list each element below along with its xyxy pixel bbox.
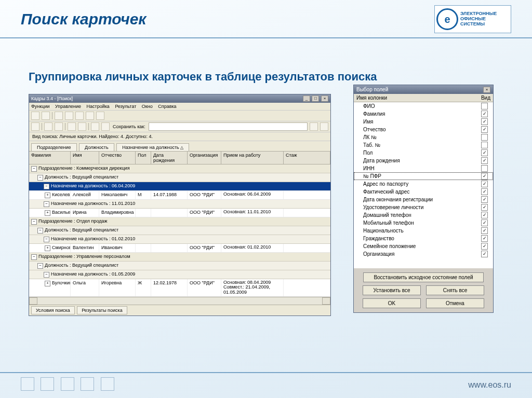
tb-ex2-icon[interactable] xyxy=(320,122,328,131)
tb-back-icon[interactable] xyxy=(31,112,39,120)
group-row[interactable]: −Подразделение : Отдел продаж xyxy=(29,217,330,226)
tb-open-icon[interactable] xyxy=(42,112,50,120)
field-checkbox[interactable]: ✓ xyxy=(481,111,488,117)
ok-button[interactable]: OK xyxy=(363,298,421,308)
field-checkbox[interactable]: ✓ xyxy=(481,118,488,125)
tb-search-icon[interactable] xyxy=(91,122,99,131)
field-row[interactable]: ФИО xyxy=(354,102,493,110)
table-row[interactable]: +СмирновВалентинИвановичООО "РДИ"Основна… xyxy=(29,244,330,253)
group-row[interactable]: −Назначение на должность : 01.05.2009 xyxy=(29,270,330,279)
tb-print-icon[interactable] xyxy=(86,112,94,120)
field-row[interactable]: Пол✓ xyxy=(354,149,493,157)
save-as-dropdown[interactable] xyxy=(149,122,308,131)
field-checkbox[interactable]: ✓ xyxy=(481,235,488,242)
col-field-vid[interactable]: Вид xyxy=(481,95,490,101)
field-row[interactable]: Семейное положение✓ xyxy=(354,242,493,250)
menu-help[interactable]: Справка xyxy=(158,104,176,109)
tab-naznachenie[interactable]: Назначение на должность △ xyxy=(116,143,189,151)
col-stazh[interactable]: Стаж xyxy=(284,152,330,164)
group-row[interactable]: −Должность : Ведущий специалист xyxy=(29,173,330,182)
col-org[interactable]: Организация xyxy=(188,152,221,164)
table-row[interactable]: +КиселевАлексейНиколаевичМ14.07.1988ООО … xyxy=(29,191,330,200)
maximize-button[interactable]: □ xyxy=(312,95,319,102)
tb-paste-icon[interactable] xyxy=(65,112,73,120)
tb-tool2-icon[interactable] xyxy=(55,122,63,131)
tb-save-icon[interactable] xyxy=(101,122,110,131)
group-row[interactable]: −Подразделение : Коммерческая дирекция xyxy=(29,164,330,173)
field-row[interactable]: Фактический адрес✓ xyxy=(354,188,493,196)
field-list[interactable]: ФИОФамилия✓Имя✓Отчество✓ЛК №Таб. №Пол✓Да… xyxy=(354,102,493,268)
field-checkbox[interactable]: ✓ xyxy=(481,149,488,156)
field-row[interactable]: Национальность✓ xyxy=(354,227,493,235)
field-checkbox[interactable] xyxy=(481,103,488,109)
dialog-close-button[interactable]: × xyxy=(483,87,490,93)
group-row[interactable]: −Должность : Ведущий специалист xyxy=(29,262,330,270)
field-checkbox[interactable]: ✓ xyxy=(481,204,488,211)
group-row[interactable]: −Подразделение : Управление персоналом xyxy=(29,253,330,262)
clear-all-button[interactable]: Снять все xyxy=(426,285,484,295)
field-checkbox[interactable]: ✓ xyxy=(481,173,488,180)
group-row[interactable]: −Должность : Ведущий специалист xyxy=(29,226,330,235)
field-row[interactable]: Дата рождения✓ xyxy=(354,157,493,164)
tb-ex1-icon[interactable] xyxy=(310,122,318,131)
table-row[interactable]: +ВасильеваИринаВладимировнаООО "РДИ"Осно… xyxy=(29,209,330,217)
menu-settings[interactable]: Настройка xyxy=(87,104,110,109)
tab-results[interactable]: Результаты поиска xyxy=(77,306,127,314)
field-checkbox[interactable]: ✓ xyxy=(481,243,488,250)
col-field-name[interactable]: Имя колонки xyxy=(356,95,481,101)
tb-tool-icon[interactable] xyxy=(44,122,52,131)
tb-grid-icon[interactable] xyxy=(78,122,86,131)
restore-defaults-button[interactable]: Восстановить исходное состояние полей xyxy=(363,272,484,282)
field-checkbox[interactable]: ✓ xyxy=(481,188,488,195)
field-checkbox[interactable]: ✓ xyxy=(481,157,488,164)
scroll-left-button[interactable] xyxy=(29,297,37,305)
field-checkbox[interactable] xyxy=(481,165,488,172)
minimize-button[interactable]: _ xyxy=(303,95,310,102)
grid-body[interactable]: −Подразделение : Коммерческая дирекция−Д… xyxy=(29,164,330,297)
field-row[interactable]: Фамилия✓ xyxy=(354,110,493,118)
field-row[interactable]: Мобильный телефон✓ xyxy=(354,219,493,227)
group-row[interactable]: −Назначение на должность : 06.04.2009 xyxy=(29,182,330,191)
field-row[interactable]: Гражданство✓ xyxy=(354,235,493,242)
col-imya[interactable]: Имя xyxy=(71,152,99,164)
tb-preview-icon[interactable] xyxy=(75,112,84,120)
scrollbar-horizontal[interactable] xyxy=(29,297,330,305)
field-checkbox[interactable]: ✓ xyxy=(481,181,488,187)
titlebar[interactable]: Кадры 3.4 - [Поиск] _ □ × xyxy=(29,94,330,103)
menu-management[interactable]: Управление xyxy=(55,104,81,109)
field-row[interactable]: Организация✓ xyxy=(354,250,493,258)
set-all-button[interactable]: Установить все xyxy=(363,285,421,295)
field-row[interactable]: Отчество✓ xyxy=(354,126,493,133)
field-row[interactable]: ИНН xyxy=(354,164,493,172)
tab-podrazdelenie[interactable]: Подразделение xyxy=(31,143,77,151)
field-row[interactable]: Адрес по паспорту✓ xyxy=(354,180,493,188)
tab-conditions[interactable]: Условия поиска xyxy=(31,306,75,314)
field-row[interactable]: Дата окончания регистрации✓ xyxy=(354,196,493,203)
field-checkbox[interactable]: ✓ xyxy=(481,251,488,257)
field-checkbox[interactable] xyxy=(481,142,488,148)
tb-close-icon[interactable] xyxy=(31,122,39,131)
tb-export-icon[interactable] xyxy=(96,112,104,120)
menu-result[interactable]: Результат xyxy=(115,104,136,109)
close-button[interactable]: × xyxy=(321,95,328,102)
cancel-button[interactable]: Отмена xyxy=(426,298,484,308)
col-familia[interactable]: Фамилия xyxy=(29,152,71,164)
field-checkbox[interactable]: ✓ xyxy=(481,219,488,226)
field-checkbox[interactable]: ✓ xyxy=(481,126,488,133)
col-otchestvo[interactable]: Отчество xyxy=(99,152,136,164)
field-checkbox[interactable]: ✓ xyxy=(481,227,488,234)
group-row[interactable]: −Назначение на должность : 01.02.2010 xyxy=(29,235,330,244)
menu-window[interactable]: Окно xyxy=(142,104,153,109)
col-pol[interactable]: Пол xyxy=(136,152,151,164)
field-row[interactable]: ЛК № xyxy=(354,133,493,141)
field-checkbox[interactable]: ✓ xyxy=(481,196,488,203)
table-row[interactable]: +БулочкинаОльгаИгоревнаЖ12.02.1978ООО "Р… xyxy=(29,279,330,297)
scroll-right-button[interactable] xyxy=(322,297,330,305)
tab-dolzhnost[interactable]: Должность xyxy=(79,143,114,151)
group-row[interactable]: −Назначение на должность : 11.01.2010 xyxy=(29,200,330,209)
tb-list-icon[interactable] xyxy=(68,122,76,131)
tb-copy-icon[interactable] xyxy=(55,112,63,120)
field-row[interactable]: Удостоверение личности✓ xyxy=(354,203,493,211)
field-checkbox[interactable] xyxy=(481,134,488,141)
field-row[interactable]: Домашний телефон✓ xyxy=(354,211,493,219)
